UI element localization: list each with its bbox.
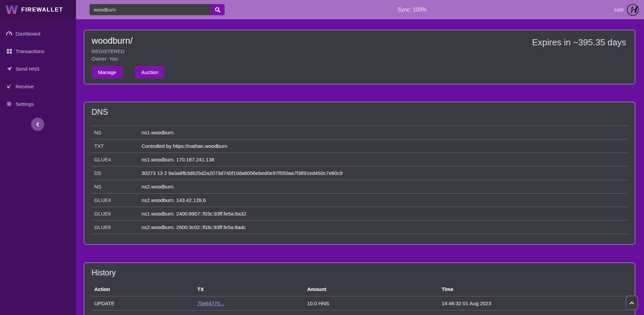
dns-record-value: ns2.woodburn. 2600:3c02::f03c:93ff:fe5a:… <box>139 221 627 234</box>
auction-button[interactable]: Auction <box>135 66 165 78</box>
send-icon <box>6 66 13 72</box>
dns-record-row: DS 30273 13 2 9a3a8fb3d625d2a2073d740f10… <box>92 166 627 180</box>
sidebar-collapse-button[interactable] <box>31 118 44 131</box>
dns-record-value: 30273 13 2 9a3a8fb3d625d2a2073d740f10da6… <box>139 166 627 180</box>
sidebar-item-label: Dashboard <box>16 31 40 37</box>
dns-card: DNS NS ns1.woodburn. TXT Controlled by h… <box>84 102 635 245</box>
history-title: History <box>92 268 627 277</box>
dns-record-type: GLUE4 <box>92 153 139 166</box>
sidebar-nav: Dashboard Transactions Send HNS <box>0 25 76 113</box>
dns-record-row: NS ns2.woodburn. <box>92 180 627 194</box>
dns-record-type: GLUE6 <box>92 207 139 221</box>
domain-card: woodburn/ REGISTERED Owner: You Manage A… <box>84 30 635 84</box>
tx-link[interactable]: 70e64775... <box>197 300 224 306</box>
sidebar: W FIREWALLET Dashboard <box>0 0 76 315</box>
history-action: UPDATE <box>92 296 195 311</box>
history-row: RENEW d73b5e42... 10.0 HNS 15:45:26 07 F… <box>92 311 627 315</box>
history-time: 15:45:26 07 Feb 2023 <box>439 311 627 315</box>
chevron-up-icon <box>629 301 634 305</box>
sidebar-item-receive[interactable]: Receive <box>0 77 76 95</box>
dns-record-value: ns1.woodburn. <box>139 126 627 139</box>
domain-owner: Owner: You <box>92 56 627 62</box>
history-col-amount: Amount <box>304 282 439 296</box>
handshake-logo-icon: H <box>626 3 639 16</box>
history-col-time: Time <box>439 282 627 296</box>
dns-record-value: ns2.woodburn. 143.42.128.6 <box>139 194 627 207</box>
history-table: Action TX Amount Time UPDATE 70e64775...… <box>92 282 627 315</box>
sidebar-item-label: Send HNS <box>16 66 40 72</box>
search-icon <box>215 7 221 13</box>
dns-record-value: ns1.woodburn. 2400:8907::f03c:93ff:fe5a:… <box>139 207 627 221</box>
history-action: RENEW <box>92 311 195 315</box>
transactions-icon <box>6 48 13 54</box>
manage-button[interactable]: Manage <box>92 66 123 78</box>
dns-record-type: NS <box>92 126 139 139</box>
sidebar-item-label: Settings <box>16 101 34 107</box>
brand-name: FIREWALLET <box>21 6 63 13</box>
wallet-name: cold <box>614 7 623 13</box>
history-amount: 10.0 HNS <box>304 311 439 315</box>
domain-expiry: Expires in ~395.35 days <box>532 37 626 48</box>
dns-record-row: GLUE4 ns2.woodburn. 143.42.128.6 <box>92 194 627 207</box>
wallet-selector[interactable]: cold H <box>614 3 644 16</box>
brand[interactable]: W FIREWALLET <box>0 0 76 19</box>
dns-record-row: GLUE4 ns1.woodburn. 170.187.241.138 <box>92 153 627 166</box>
svg-text:W: W <box>5 3 18 16</box>
history-row: UPDATE 70e64775... 10.0 HNS 14:46:32 01 … <box>92 296 627 311</box>
dns-record-row: GLUE6 ns1.woodburn. 2400:8907::f03c:93ff… <box>92 207 627 221</box>
sidebar-item-send-hns[interactable]: Send HNS <box>0 60 76 77</box>
sidebar-item-label: Transactions <box>16 48 44 54</box>
history-col-tx: TX <box>195 282 304 296</box>
chevron-left-icon <box>36 122 40 127</box>
receive-icon <box>6 83 13 89</box>
dns-record-type: GLUE6 <box>92 221 139 234</box>
search-button[interactable] <box>210 4 225 15</box>
sync-status: Sync: 100% <box>398 0 426 19</box>
dns-record-value: Controlled by https://nathan.woodburn <box>139 139 627 153</box>
history-amount: 10.0 HNS <box>304 296 439 311</box>
history-card: History Action TX Amount Time UPDATE 70e… <box>84 263 635 315</box>
sidebar-item-label: Receive <box>16 84 34 89</box>
history-header-row: Action TX Amount Time <box>92 282 627 296</box>
history-time: 14:46:32 01 Aug 2023 <box>439 296 627 311</box>
domain-status: REGISTERED <box>92 48 627 54</box>
search-input[interactable] <box>90 4 210 15</box>
main-content: woodburn/ REGISTERED Owner: You Manage A… <box>76 19 644 315</box>
topbar: Sync: 100% cold H <box>76 0 644 19</box>
domain-actions: Manage Auction <box>92 66 627 78</box>
dns-record-type: DS <box>92 166 139 180</box>
dns-record-type: GLUE4 <box>92 194 139 207</box>
dns-record-value: ns1.woodburn. 170.187.241.138 <box>139 153 627 166</box>
dns-record-type: NS <box>92 180 139 194</box>
firewallet-logo-icon: W <box>5 3 18 16</box>
dns-table: NS ns1.woodburn. TXT Controlled by https… <box>92 126 627 234</box>
dns-record-value: ns2.woodburn. <box>139 180 627 194</box>
sidebar-item-transactions[interactable]: Transactions <box>0 42 76 60</box>
scroll-to-top-button[interactable] <box>626 296 638 310</box>
settings-icon <box>6 101 13 107</box>
dns-record-row: TXT Controlled by https://nathan.woodbur… <box>92 139 627 153</box>
dashboard-icon <box>6 30 13 37</box>
dns-record-type: TXT <box>92 139 139 153</box>
history-col-action: Action <box>92 282 195 296</box>
dns-record-row: NS ns1.woodburn. <box>92 126 627 139</box>
sidebar-item-settings[interactable]: Settings <box>0 95 76 113</box>
dns-title: DNS <box>92 108 627 117</box>
sidebar-item-dashboard[interactable]: Dashboard <box>0 25 76 42</box>
search-bar <box>90 4 225 15</box>
dns-record-row: GLUE6 ns2.woodburn. 2600:3c02::f03c:93ff… <box>92 221 627 234</box>
